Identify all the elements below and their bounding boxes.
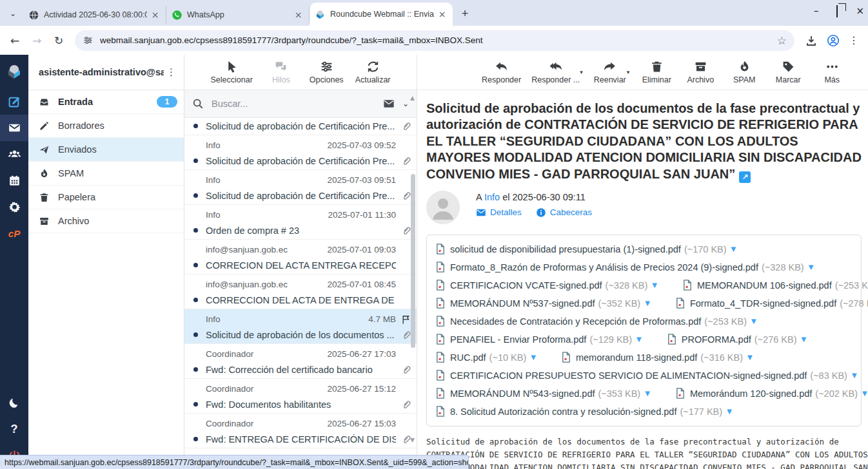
attachment-item[interactable]: CERTIFICACION PRESUPUESTO SERVICIO DE AL…: [436, 370, 857, 381]
reload-icon[interactable]: ↻: [49, 31, 68, 50]
attachment-item[interactable]: Memorándum 120-signed.pdf (~202 KB) ▼: [676, 388, 867, 399]
attachment-name[interactable]: MEMORANDUM 106-signed.pdf: [697, 280, 832, 291]
list-toolbar-hilos[interactable]: Hilos: [264, 60, 298, 84]
mail-toolbar-marcar[interactable]: Marcar: [771, 60, 805, 84]
attachment-menu-caret-icon[interactable]: ▼: [809, 263, 814, 271]
url-bar[interactable]: webmail.sanjuan.gob.ec/cpsess8918591777/…: [75, 30, 794, 51]
message-list-item[interactable]: Coordinador 2025-06-27 17:03 Fwd: Correc…: [184, 344, 417, 379]
search-bar[interactable]: ⌄: [184, 90, 417, 118]
attachment-menu-caret-icon[interactable]: ▼: [645, 300, 650, 307]
forward-icon[interactable]: →: [27, 31, 46, 50]
message-list-item[interactable]: Info 4.7 MB Solicitud de aprobación de l…: [184, 309, 417, 344]
list-toolbar-seleccionar[interactable]: Seleccionar: [210, 60, 252, 84]
site-settings-icon[interactable]: [83, 35, 94, 46]
attachment-item[interactable]: solicitud de disponibilidad presupuestar…: [436, 244, 736, 254]
window-restore-button[interactable]: [836, 6, 838, 17]
browser-tab[interactable]: WhatsApp ×: [166, 6, 310, 23]
scrollbar-up-icon[interactable]: ▲: [410, 95, 415, 101]
folder-item-entrada[interactable]: Entrada 1: [28, 90, 184, 114]
message-list-item[interactable]: Solicitud de aprobación de Certificación…: [184, 118, 417, 135]
attachment-menu-caret-icon[interactable]: ▼: [751, 318, 756, 325]
open-in-new-window-icon[interactable]: ↗: [739, 171, 751, 183]
mail-toolbar-responder[interactable]: Responder: [482, 60, 521, 84]
attachment-name[interactable]: Memorándum 120-signed.pdf: [690, 388, 812, 399]
rail-compose-icon[interactable]: [0, 88, 28, 115]
attachment-item[interactable]: PROFORMA.pdf (~276 KB) ▼: [667, 334, 806, 345]
attachment-name[interactable]: Formato_8_Razón de Proformas y Análisis …: [450, 262, 758, 273]
attachment-name[interactable]: CERTIFICACION PRESUPUESTO SERVICIO DE AL…: [450, 370, 807, 381]
rail-gear-icon[interactable]: [0, 194, 28, 220]
account-header[interactable]: asistente-administrativo@sa... ⋮: [28, 55, 184, 90]
folder-item-spam[interactable]: SPAM: [28, 162, 184, 186]
window-minimize-button[interactable]: –: [814, 5, 819, 17]
mail-toolbar-más[interactable]: Más: [815, 60, 849, 84]
scrollbar-down-icon[interactable]: ▼: [410, 437, 415, 443]
attachment-name[interactable]: PROFORMA.pdf: [682, 334, 751, 345]
tab-close-icon[interactable]: ×: [437, 9, 448, 20]
browser-tab[interactable]: Actividad 2025-06-30 08:00:00 ×: [23, 6, 166, 23]
attachment-menu-caret-icon[interactable]: ▼: [727, 408, 732, 415]
folder-item-archivo[interactable]: Archivo: [28, 209, 184, 233]
attachment-name[interactable]: MEMORÁNDUM Nº537-signed.pdf: [450, 298, 595, 309]
attachment-menu-caret-icon[interactable]: ▼: [747, 354, 753, 361]
details-toggle[interactable]: Detalles: [476, 207, 522, 218]
attachment-item[interactable]: MEMORANDUM 106-signed.pdf (~253 KB) ▼: [683, 280, 868, 291]
attachment-name[interactable]: RUC.pdf: [450, 352, 486, 363]
tab-close-icon[interactable]: ×: [293, 10, 304, 21]
bookmark-star-icon[interactable]: ☆: [777, 34, 787, 47]
attachment-name[interactable]: Formato_4_TDR-signed-signed.pdf: [690, 298, 836, 309]
dropdown-caret-icon[interactable]: ▾: [580, 69, 583, 75]
tab-close-icon[interactable]: ×: [150, 10, 161, 21]
rail-contacts-icon[interactable]: [0, 141, 28, 168]
account-menu-icon[interactable]: ⋮: [164, 66, 179, 78]
attachment-menu-caret-icon[interactable]: ▼: [652, 282, 657, 289]
downloads-icon[interactable]: [805, 34, 818, 47]
mail-toolbar-eliminar[interactable]: Eliminar: [640, 60, 673, 84]
tab-list-chevron-icon[interactable]: ⌄: [4, 5, 22, 23]
attachment-name[interactable]: PENAFIEL - Enviar Proforma.pdf: [450, 334, 586, 345]
mail-toolbar-archivo[interactable]: Archivo: [684, 60, 717, 84]
browser-tab[interactable]: Roundcube Webmail :: Enviados ×: [310, 3, 453, 26]
search-input[interactable]: [210, 98, 383, 110]
attachment-name[interactable]: Necesidades de Contratación y Recepción …: [450, 316, 701, 327]
message-list-item[interactable]: Info 2025-07-03 09:52 Solicitud de aprob…: [184, 135, 417, 170]
scrollbar-thumb[interactable]: [411, 174, 415, 348]
message-list-item[interactable]: Coordinador 2025-06-27 15:12 Fwd: Docume…: [184, 379, 417, 414]
message-list-item[interactable]: Coordinador 2025-06-27 15:03 Fwd: ENTREG…: [184, 414, 417, 448]
list-toolbar-opciones[interactable]: Opciones: [310, 60, 344, 84]
attachment-menu-caret-icon[interactable]: ▼: [645, 390, 650, 397]
search-options-chevron-icon[interactable]: ⌄: [402, 99, 409, 108]
attachment-item[interactable]: 8. Solicitud Autorización contra y resol…: [436, 406, 732, 417]
folder-item-borradores[interactable]: Borradores: [28, 114, 184, 138]
attachment-menu-caret-icon[interactable]: ▼: [801, 336, 806, 343]
folder-item-papelera[interactable]: Papelera: [28, 186, 184, 209]
attachment-item[interactable]: memorandum 118-signed.pdf (~316 KB) ▼: [562, 352, 753, 363]
attachment-item[interactable]: Formato_4_TDR-signed-signed.pdf (~278 KB…: [676, 298, 868, 309]
browser-menu-icon[interactable]: ⋮: [849, 34, 859, 46]
rail-dark-mode-icon[interactable]: [0, 390, 28, 416]
attachment-item[interactable]: PENAFIEL - Enviar Proforma.pdf (~129 KB)…: [436, 334, 642, 345]
headers-toggle[interactable]: Cabeceras: [536, 207, 592, 218]
rail-help-icon[interactable]: ?: [0, 416, 28, 443]
mail-toolbar-spam[interactable]: SPAM: [727, 60, 761, 84]
list-toolbar-actualizar[interactable]: Actualizar: [355, 60, 391, 84]
mail-toolbar-reenviar[interactable]: Reenviar: [593, 60, 627, 84]
message-list-item[interactable]: Info 2025-07-01 11:30 Orden de compra # …: [184, 205, 417, 240]
attachment-menu-caret-icon[interactable]: ▼: [862, 390, 867, 397]
new-tab-button[interactable]: +: [457, 5, 473, 22]
rail-calendar-icon[interactable]: [0, 168, 28, 194]
attachment-menu-caret-icon[interactable]: ▼: [636, 336, 642, 343]
attachment-item[interactable]: Necesidades de Contratación y Recepción …: [436, 316, 756, 327]
window-close-button[interactable]: ×: [856, 5, 864, 17]
recipient-link[interactable]: Info: [484, 192, 500, 202]
message-list-item[interactable]: info@sanjuan.gob.ec 2025-07-01 09:03 COR…: [184, 240, 417, 274]
profile-icon[interactable]: [827, 34, 840, 47]
mail-toolbar-responder-[interactable]: Responder ...: [531, 60, 580, 84]
attachment-name[interactable]: CERTIFICACION VCATE-signed.pdf: [450, 280, 602, 291]
rail-mail-icon[interactable]: [0, 115, 28, 141]
attachment-item[interactable]: RUC.pdf (~10 KB) ▼: [436, 352, 536, 363]
attachment-menu-caret-icon[interactable]: ▼: [531, 354, 536, 361]
search-scope-envelope-icon[interactable]: [383, 98, 395, 110]
message-list-item[interactable]: Info 2025-07-03 09:51 Solicitud de aprob…: [184, 170, 417, 205]
dropdown-caret-icon[interactable]: ▾: [627, 69, 630, 75]
